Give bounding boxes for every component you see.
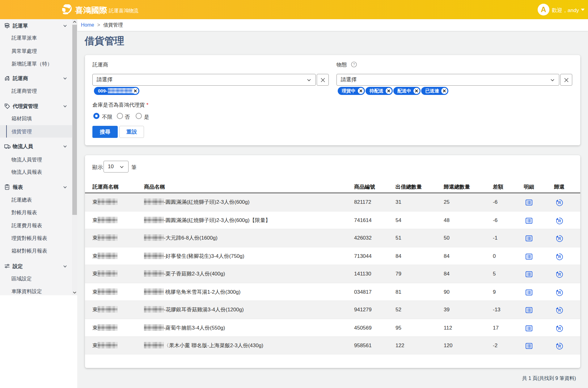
svg-text:?: ? bbox=[353, 62, 355, 66]
svg-text:R: R bbox=[558, 237, 561, 241]
svg-text:R: R bbox=[558, 219, 561, 223]
svg-text:R: R bbox=[558, 201, 561, 205]
svg-text:R: R bbox=[558, 291, 561, 295]
svg-text:R: R bbox=[558, 326, 561, 331]
svg-text:R: R bbox=[558, 344, 561, 348]
svg-text:R: R bbox=[558, 272, 561, 277]
svg-text:R: R bbox=[558, 308, 561, 313]
svg-text:R: R bbox=[558, 255, 561, 259]
